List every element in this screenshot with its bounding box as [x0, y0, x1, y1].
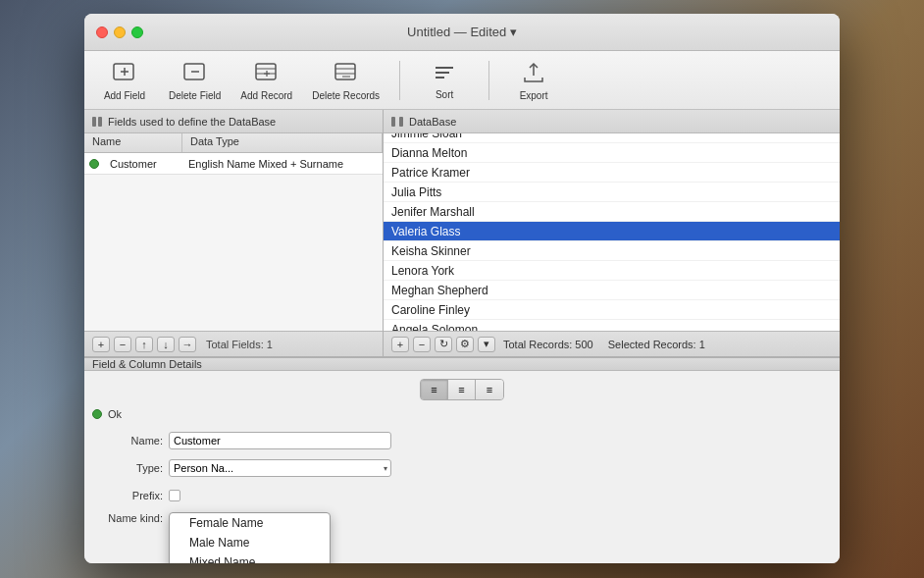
delete-field-label: Delete Field: [169, 90, 221, 101]
add-field-icon: [111, 59, 138, 86]
fields-table: Name Data Type Customer English Name Mix…: [84, 133, 383, 331]
total-records-label: Total Records: 500 Selected Records: 1: [499, 339, 832, 350]
move-down-button[interactable]: ↓: [157, 337, 175, 352]
field-type-cell: English Name Mixed + Surname: [182, 156, 383, 172]
name-field-input[interactable]: [169, 432, 391, 449]
align-left-button[interactable]: ≡: [421, 380, 448, 399]
align-center-button[interactable]: ≡: [448, 380, 476, 399]
status-dot: [84, 159, 104, 169]
expand-button[interactable]: →: [179, 337, 196, 352]
add-row-button[interactable]: +: [92, 337, 110, 352]
right-panel-title: DataBase: [409, 116, 456, 128]
right-panel-icon: [391, 117, 403, 127]
green-status-dot: [89, 159, 99, 169]
rp-remove-button[interactable]: −: [413, 337, 431, 352]
toolbar-separator: [399, 61, 400, 100]
minimize-button[interactable]: [114, 26, 126, 38]
add-record-icon: [253, 59, 281, 86]
list-item[interactable]: Jimmie Sloan: [384, 133, 840, 143]
menu-item-male-name[interactable]: Male Name: [170, 533, 330, 552]
menu-item-mixed-name[interactable]: Mixed Name: [170, 552, 330, 563]
selected-records-text: Selected Records: 1: [608, 339, 705, 350]
rp-settings-button[interactable]: ⚙: [456, 337, 474, 352]
export-icon: [520, 59, 547, 86]
sort-button[interactable]: Sort: [420, 60, 469, 100]
col-type-header: Data Type: [182, 133, 383, 152]
align-right-button[interactable]: ≡: [476, 380, 503, 399]
rp-expand-button[interactable]: ▾: [478, 337, 495, 352]
ok-status-dot: [92, 409, 102, 419]
list-item[interactable]: Julia Pitts: [384, 183, 840, 202]
details-content: ≡ ≡ ≡ Ok Name:: [84, 371, 840, 563]
col-name-header: Name: [84, 133, 182, 152]
list-item[interactable]: Dianna Melton: [384, 143, 840, 163]
sort-icon: [431, 60, 458, 87]
traffic-lights: [96, 26, 143, 38]
export-label: Export: [520, 90, 548, 101]
total-records-text: Total Records: 500: [503, 339, 593, 350]
list-item[interactable]: Lenora York: [384, 261, 840, 281]
details-left-panel: Ok Name: Type: Person Na...: [92, 379, 391, 563]
fields-table-header: Name Data Type: [84, 133, 383, 153]
list-item[interactable]: Angela Solomon: [384, 320, 840, 331]
field-name-cell: Customer: [104, 156, 182, 172]
main-content: Fields used to define the DataBase Name …: [84, 110, 840, 563]
prefix-field-label: Prefix:: [92, 490, 163, 501]
table-row[interactable]: Customer English Name Mixed + Surname: [84, 153, 383, 175]
panel-grid-icon: [92, 117, 102, 127]
close-button[interactable]: [96, 26, 108, 38]
add-field-button[interactable]: Add Field: [100, 59, 149, 101]
prefix-field-row: Prefix:: [92, 485, 391, 506]
ok-status-row: Ok: [92, 408, 391, 420]
list-item[interactable]: Meghan Shepherd: [384, 281, 840, 300]
list-item[interactable]: Keisha Skinner: [384, 241, 840, 261]
export-button[interactable]: Export: [509, 59, 558, 101]
namekind-row: Name kind: Female Name Male Name Mixed N…: [92, 512, 391, 524]
toolbar: Add Field Delete Field Add: [84, 51, 840, 110]
delete-records-icon: [333, 59, 360, 86]
sort-label: Sort: [436, 89, 453, 100]
name-field-row: Name:: [92, 430, 391, 451]
left-panel: Fields used to define the DataBase Name …: [84, 110, 384, 356]
type-dropdown-container: Person Na... ▾: [169, 459, 391, 477]
database-list: Customer Tommie DodsonTanya BenderRuben …: [384, 133, 840, 331]
move-up-button[interactable]: ↑: [135, 337, 153, 352]
namekind-label: Name kind:: [92, 512, 163, 524]
window-title: Untitled — Edited ▾: [407, 25, 517, 39]
maximize-button[interactable]: [131, 26, 143, 38]
total-fields-label: Total Fields: 1: [206, 339, 273, 350]
top-section: Fields used to define the DataBase Name …: [84, 110, 840, 357]
list-item[interactable]: Jenifer Marshall: [384, 202, 840, 222]
delete-records-button[interactable]: Delete Records: [312, 59, 380, 101]
delete-field-button[interactable]: Delete Field: [169, 59, 221, 101]
delete-records-label: Delete Records: [312, 90, 380, 101]
right-panel: DataBase Customer Tommie DodsonTanya Ben…: [384, 110, 840, 356]
right-panel-footer: + − ↻ ⚙ ▾ Total Records: 500 Selected Re…: [384, 331, 840, 356]
app-window: Untitled — Edited ▾ Add Field Delete Fie…: [84, 14, 840, 563]
right-panel-header: DataBase: [384, 110, 840, 133]
namekind-popup-menu: Female Name Male Name Mixed Name Surname…: [169, 512, 331, 563]
rp-add-button[interactable]: +: [391, 337, 409, 352]
details-header-label: Field & Column Details: [92, 358, 202, 370]
type-field-row: Type: Person Na... ▾: [92, 457, 391, 479]
titlebar: Untitled — Edited ▾: [84, 14, 840, 51]
bottom-section: Field & Column Details ≡ ≡ ≡ Ok: [84, 357, 840, 563]
add-record-button[interactable]: Add Record: [240, 59, 292, 101]
left-panel-title: Fields used to define the DataBase: [108, 116, 276, 128]
type-dropdown[interactable]: Person Na...: [169, 459, 391, 477]
delete-field-icon: [181, 59, 209, 86]
prefix-checkbox[interactable]: [169, 490, 180, 501]
add-field-label: Add Field: [104, 90, 145, 101]
list-item[interactable]: Caroline Finley: [384, 300, 840, 320]
menu-item-female-name[interactable]: Female Name: [170, 513, 330, 533]
alignment-buttons: ≡ ≡ ≡: [420, 379, 504, 400]
list-item[interactable]: Valeria Glass: [384, 222, 840, 241]
type-field-label: Type:: [92, 462, 163, 474]
svg-rect-5: [256, 64, 276, 79]
toolbar-separator-2: [488, 61, 489, 100]
rp-refresh-button[interactable]: ↻: [435, 337, 452, 352]
list-item[interactable]: Patrice Kramer: [384, 163, 840, 183]
remove-row-button[interactable]: −: [114, 337, 131, 352]
db-records-container: Tommie DodsonTanya BenderRuben MejiaLea …: [384, 133, 840, 331]
name-field-label: Name:: [92, 435, 163, 447]
